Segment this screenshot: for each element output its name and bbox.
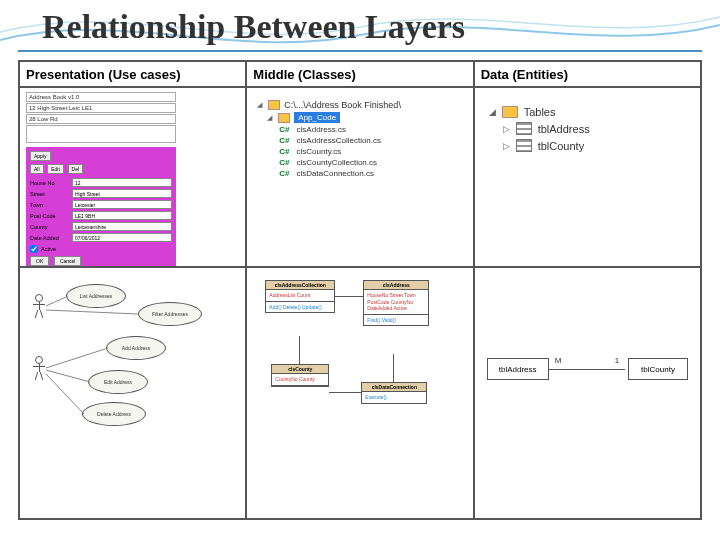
label-county: County xyxy=(30,224,72,230)
label-dateadded: Date Added xyxy=(30,235,72,241)
svg-line-0 xyxy=(46,296,68,306)
cell-er-diagram: tblAddress tblCounty M 1 xyxy=(474,267,701,519)
classbox-attrs: HouseNo Street Town PostCode CountyNo Da… xyxy=(364,290,428,315)
classbox-county: clsCounty CountyNo County xyxy=(271,364,329,387)
database-tree: ◢Tables ▷tblAddress ▷tblCounty xyxy=(475,88,700,162)
layers-table: Presentation (Use cases) Middle (Classes… xyxy=(18,60,702,520)
classbox-dataconn: clsDataConnection Execute() xyxy=(361,382,427,404)
form-list-line: 28 Low Rd xyxy=(26,114,176,124)
csharp-icon: C# xyxy=(279,136,289,145)
classbox-ops: Execute() xyxy=(362,392,426,403)
file-item[interactable]: clsCounty.cs xyxy=(297,147,342,156)
association-line xyxy=(329,392,361,393)
cell-middle-tree: ◢C:\...\Address Book Finished\ ◢App_Code… xyxy=(246,87,473,267)
form-list-line: Address Book v1.0 xyxy=(26,92,176,102)
svg-line-2 xyxy=(46,348,108,368)
cancel-button[interactable]: Cancel xyxy=(54,256,82,266)
col-header-data: Data (Entities) xyxy=(474,61,701,87)
form-list-line: 12 High Street Leic LE1 xyxy=(26,103,176,113)
tables-group[interactable]: Tables xyxy=(524,106,556,118)
classbox-header: clsCounty xyxy=(272,365,328,374)
cell-class-diagram: clsAddressCollection AddressList Count A… xyxy=(246,267,473,519)
file-item[interactable]: clsCountyCollection.cs xyxy=(297,158,377,167)
association-line xyxy=(299,336,300,364)
label-houseno: House No xyxy=(30,180,72,186)
er-cardinality-right: 1 xyxy=(615,356,619,365)
er-entity-address: tblAddress xyxy=(487,358,549,380)
csharp-icon: C# xyxy=(279,125,289,134)
classbox-ops: Add() Delete() Update() xyxy=(266,302,334,313)
tree-expander-icon[interactable]: ◢ xyxy=(257,101,262,109)
folder-icon xyxy=(278,113,290,123)
class-diagram: clsAddressCollection AddressList Count A… xyxy=(253,274,466,512)
classbox-header: clsAddress xyxy=(364,281,428,290)
active-checkbox[interactable] xyxy=(30,245,38,253)
cell-data-tree: ◢Tables ▷tblAddress ▷tblCounty xyxy=(474,87,701,267)
csharp-icon: C# xyxy=(279,158,289,167)
delete-button[interactable]: Del xyxy=(68,164,84,174)
svg-line-1 xyxy=(46,310,138,314)
label-town: Town xyxy=(30,202,72,208)
usecase-connectors xyxy=(26,274,239,512)
postcode-field[interactable] xyxy=(72,211,172,220)
solution-tree: ◢C:\...\Address Book Finished\ ◢App_Code… xyxy=(247,88,472,186)
table-icon xyxy=(516,122,532,135)
table-item[interactable]: tblCounty xyxy=(538,140,584,152)
tree-expander-icon[interactable]: ▷ xyxy=(503,124,510,134)
street-field[interactable] xyxy=(72,189,172,198)
csharp-icon: C# xyxy=(279,147,289,156)
er-relationship-line xyxy=(549,369,625,370)
all-button[interactable]: All xyxy=(30,164,44,174)
address-form-mock: Address Book v1.0 12 High Street Leic LE… xyxy=(26,92,176,267)
association-line xyxy=(393,354,394,382)
svg-line-4 xyxy=(46,374,84,414)
ok-button[interactable]: OK xyxy=(30,256,49,266)
er-diagram: tblAddress tblCounty M 1 xyxy=(483,288,692,498)
town-field[interactable] xyxy=(72,200,172,209)
appcode-folder[interactable]: App_Code xyxy=(294,112,340,123)
slide-title: Relationship Between Layers xyxy=(18,0,702,52)
col-header-presentation: Presentation (Use cases) xyxy=(19,61,246,87)
file-item[interactable]: clsAddress.cs xyxy=(297,125,346,134)
cell-usecase-diagram: List Addresses Filter Addresses Add Addr… xyxy=(19,267,246,519)
classbox-attrs: AddressList Count xyxy=(266,290,334,302)
edit-button[interactable]: Edit xyxy=(47,164,64,174)
classbox-ops: Find() Valid() xyxy=(364,315,428,326)
classbox-header: clsDataConnection xyxy=(362,383,426,392)
classbox-header: clsAddressCollection xyxy=(266,281,334,290)
root-path: C:\...\Address Book Finished\ xyxy=(284,100,401,110)
label-street: Street xyxy=(30,191,72,197)
tree-expander-icon[interactable]: ▷ xyxy=(503,141,510,151)
classbox-attrs: CountyNo County xyxy=(272,374,328,386)
svg-line-3 xyxy=(46,370,90,382)
classbox-address: clsAddress HouseNo Street Town PostCode … xyxy=(363,280,429,326)
folder-icon xyxy=(502,106,518,118)
er-entity-county: tblCounty xyxy=(628,358,688,380)
table-icon xyxy=(516,139,532,152)
label-postcode: Post Code xyxy=(30,213,72,219)
apply-button[interactable]: Apply xyxy=(30,151,51,161)
col-header-middle: Middle (Classes) xyxy=(246,61,473,87)
classbox-collection: clsAddressCollection AddressList Count A… xyxy=(265,280,335,313)
table-item[interactable]: tblAddress xyxy=(538,123,590,135)
file-item[interactable]: clsAddressCollection.cs xyxy=(297,136,381,145)
tree-expander-icon[interactable]: ◢ xyxy=(267,114,272,122)
dateadded-field[interactable] xyxy=(72,233,172,242)
active-label: Active xyxy=(41,246,56,252)
file-item[interactable]: clsDataConnection.cs xyxy=(297,169,374,178)
cell-presentation-form: Address Book v1.0 12 High Street Leic LE… xyxy=(19,87,246,267)
folder-icon xyxy=(268,100,280,110)
association-line xyxy=(335,296,363,297)
county-field[interactable] xyxy=(72,222,172,231)
er-cardinality-left: M xyxy=(555,356,562,365)
csharp-icon: C# xyxy=(279,169,289,178)
tree-expander-icon[interactable]: ◢ xyxy=(489,107,496,117)
houseno-field[interactable] xyxy=(72,178,172,187)
usecase-diagram: List Addresses Filter Addresses Add Addr… xyxy=(26,274,239,512)
